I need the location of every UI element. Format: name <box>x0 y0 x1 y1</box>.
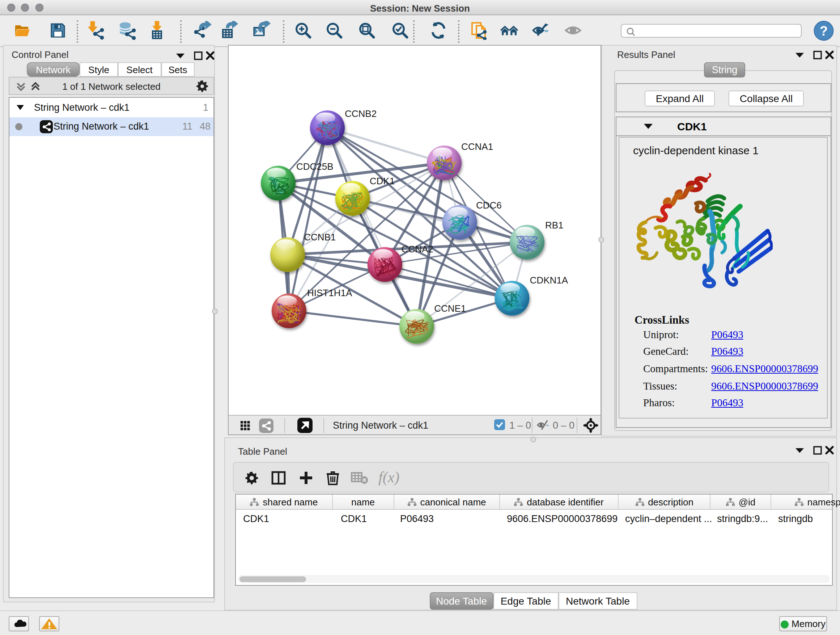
svg-text:CDKN1A: CDKN1A <box>530 274 568 285</box>
svg-text:HIST1H1A: HIST1H1A <box>307 287 352 298</box>
svg-text:RB1: RB1 <box>545 219 563 230</box>
svg-text:CDK1: CDK1 <box>369 175 394 186</box>
svg-text:CDC6: CDC6 <box>476 200 501 211</box>
svg-text:CCNB2: CCNB2 <box>344 108 376 119</box>
svg-text:CCNB1: CCNB1 <box>303 231 335 242</box>
svg-text:CCNA2: CCNA2 <box>401 243 433 254</box>
svg-text:CCNE1: CCNE1 <box>434 302 466 314</box>
svg-text:CDC25B: CDC25B <box>296 161 333 172</box>
svg-text:?: ? <box>820 24 828 38</box>
svg-text:CCNA1: CCNA1 <box>461 141 493 152</box>
